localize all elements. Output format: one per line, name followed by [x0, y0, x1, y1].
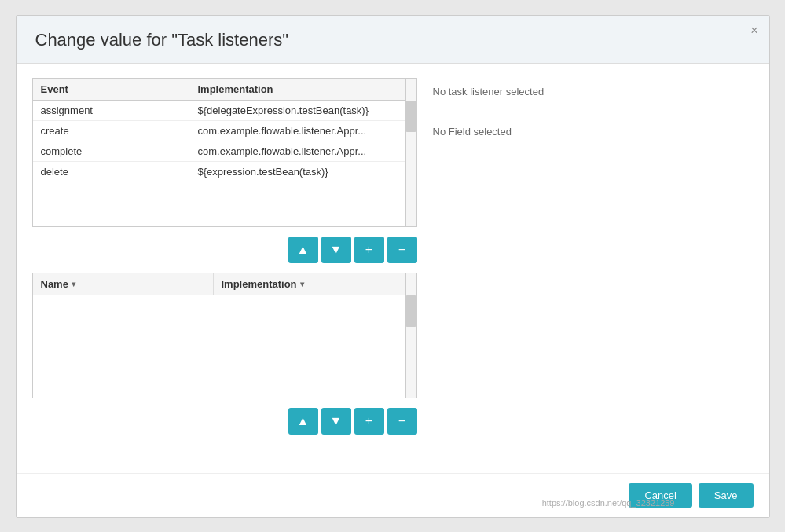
implementation-cell: ${expression.testBean(task)} [190, 161, 416, 182]
fields-scrollbar[interactable] [405, 273, 416, 398]
dialog-header: Change value for "Task listeners" × [17, 16, 769, 64]
event-cell: assignment [33, 100, 190, 120]
fields-add-button[interactable]: + [354, 408, 384, 435]
col-impl-chevron: ▾ [300, 280, 304, 288]
fields-btn-row: ▲ ▼ + − [32, 408, 417, 435]
event-cell: create [33, 120, 190, 141]
fields-remove-button[interactable]: − [387, 408, 417, 435]
scrollbar-thumb [405, 101, 416, 132]
listeners-remove-button[interactable]: − [387, 237, 417, 263]
fields-scrollbar-thumb [405, 295, 416, 327]
implementation-cell: com.example.flowable.listener.Appr... [190, 141, 416, 161]
fields-section: Name ▾ Implementation ▾ [32, 273, 417, 398]
fields-table-container: Name ▾ Implementation ▾ [32, 273, 417, 398]
scrollbar[interactable] [405, 79, 416, 226]
table-row[interactable]: delete${expression.testBean(task)} [33, 161, 416, 182]
event-cell: delete [33, 161, 190, 182]
watermark: https://blog.csdn.net/qq_32321259 [542, 498, 675, 508]
listeners-btn-row: ▲ ▼ + − [32, 237, 417, 263]
col-impl[interactable]: Implementation ▾ [214, 273, 416, 295]
dialog-title: Change value for "Task listeners" [35, 30, 289, 50]
event-cell: complete [33, 141, 190, 161]
col-event: Event [33, 79, 190, 101]
listeners-table: Event Implementation assignment${delegat… [33, 79, 416, 182]
no-field-text: No Field selected [433, 121, 754, 138]
dialog-body: Event Implementation assignment${delegat… [17, 64, 769, 473]
no-listener-text: No task listener selected [433, 81, 754, 97]
fields-body [33, 295, 416, 398]
right-panel: No task listener selected No Field selec… [433, 78, 754, 459]
fields-table-header: Name ▾ Implementation ▾ [33, 273, 416, 295]
dialog: Change value for "Task listeners" × Even… [16, 15, 770, 518]
table-row[interactable]: createcom.example.flowable.listener.Appr… [33, 120, 416, 141]
listeners-section: Event Implementation assignment${delegat… [32, 78, 417, 227]
save-button[interactable]: Save [699, 483, 754, 508]
listeners-move-down-button[interactable]: ▼ [321, 237, 351, 263]
listeners-table-container: Event Implementation assignment${delegat… [32, 78, 417, 227]
listeners-move-up-button[interactable]: ▲ [288, 237, 318, 263]
table-row[interactable]: completecom.example.flowable.listener.Ap… [33, 141, 416, 161]
col-name[interactable]: Name ▾ [33, 273, 214, 295]
col-impl-label: Implementation [222, 278, 297, 290]
listeners-add-button[interactable]: + [354, 237, 384, 263]
dialog-footer: https://blog.csdn.net/qq_32321259 Cancel… [17, 473, 769, 517]
fields-move-up-button[interactable]: ▲ [288, 408, 318, 435]
implementation-cell: ${delegateExpression.testBean(task)} [190, 100, 416, 120]
left-panel: Event Implementation assignment${delegat… [32, 78, 417, 459]
table-row[interactable]: assignment${delegateExpression.testBean(… [33, 100, 416, 120]
col-name-chevron: ▾ [72, 280, 75, 288]
col-name-label: Name [41, 278, 68, 290]
implementation-cell: com.example.flowable.listener.Appr... [190, 120, 416, 141]
fields-move-down-button[interactable]: ▼ [321, 408, 351, 435]
col-implementation: Implementation [190, 79, 416, 101]
close-button[interactable]: × [750, 24, 757, 38]
